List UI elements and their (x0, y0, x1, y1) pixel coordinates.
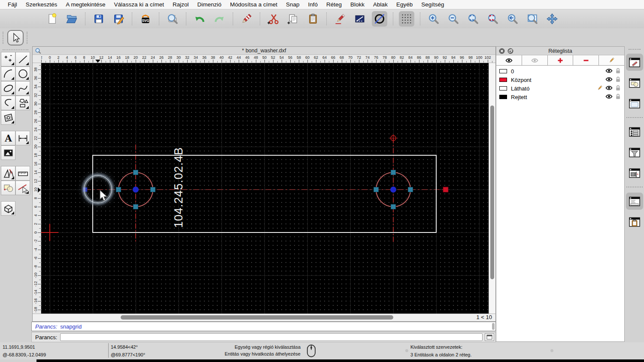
dock-drag-handle[interactable] (629, 49, 641, 50)
tool-ellipse-button[interactable] (1, 81, 15, 96)
save-file-as-button[interactable] (111, 11, 126, 27)
tool-modify-button[interactable] (1, 181, 15, 195)
tool-box-3d-button[interactable] (1, 201, 15, 216)
undo-button[interactable] (192, 11, 207, 27)
horizontal-scrollbar-thumb[interactable] (121, 315, 393, 320)
layer-visibility-icon[interactable] (603, 94, 613, 101)
snap-grid-button[interactable] (399, 11, 414, 27)
layer-row-rejtett[interactable]: Rejtett (496, 93, 624, 101)
zoom-pan-button[interactable] (544, 11, 560, 27)
pen-button[interactable] (332, 11, 348, 27)
menu-r-teg[interactable]: Réteg (322, 1, 346, 8)
layer-lock-icon[interactable] (613, 76, 621, 84)
tool-dimension-button[interactable] (15, 131, 30, 145)
float-panel-icon[interactable] (507, 48, 513, 54)
zoom-window-button[interactable] (525, 11, 540, 27)
command-history-scrollbar[interactable] (492, 323, 495, 330)
dock-list-window-button[interactable] (626, 123, 643, 140)
palette-row (1, 96, 31, 110)
menu-seg-ts-g[interactable]: Segítség (417, 1, 448, 8)
tool-arc-button[interactable] (1, 66, 15, 81)
tool-polyline-button[interactable] (1, 96, 15, 110)
document-titlebar[interactable]: * bond_washer.dxf (33, 47, 495, 55)
layer-lock-icon[interactable] (613, 85, 621, 92)
zoom-in-button[interactable] (426, 11, 441, 27)
horizontal-scrollbar[interactable]: 1 < 10 (33, 314, 495, 321)
redo-button[interactable] (212, 11, 227, 27)
zoom-auto-button[interactable] (465, 11, 481, 27)
layer-visibility-icon[interactable] (603, 68, 613, 75)
image-icon (3, 147, 14, 159)
print-preview-button[interactable] (165, 11, 180, 27)
tool-cad-tools-button[interactable] (1, 166, 15, 181)
edit-layer-button[interactable] (599, 55, 624, 65)
ruler-label: 96 (460, 55, 464, 60)
tool-points-button[interactable] (1, 52, 15, 66)
layer-row-központ[interactable]: Központ (496, 75, 624, 84)
cut-button[interactable] (266, 11, 281, 27)
add-layer-button[interactable] (548, 55, 574, 65)
dock-blank-window-button[interactable] (626, 95, 643, 112)
tool-polygon-button[interactable] (15, 96, 30, 110)
dock-drag-handle[interactable] (3, 32, 4, 44)
show-all-layers-button[interactable] (496, 55, 522, 65)
menu-snap[interactable]: Snap (282, 1, 304, 8)
delete-eraser-button[interactable] (239, 11, 254, 27)
copy-button[interactable] (286, 11, 301, 27)
layer-row-0[interactable]: 0 (496, 67, 624, 75)
layer-visibility-icon[interactable] (603, 85, 613, 92)
selection-arrow-button[interactable] (7, 30, 24, 45)
dock-shapes-window-button[interactable] (626, 74, 643, 91)
hide-all-layers-button[interactable] (522, 55, 548, 65)
command-input[interactable] (60, 333, 483, 341)
menu-m-dos-tsa-a-c-met[interactable]: Módosítsa a címet (226, 1, 282, 8)
zoom-out-button[interactable] (446, 11, 461, 27)
dock-command-window-button[interactable] (626, 193, 643, 210)
tool-line-button[interactable] (15, 52, 30, 66)
drawing-canvas[interactable]: 104.245.02.4B (41, 63, 489, 314)
layer-lock-icon[interactable] (613, 68, 621, 75)
tool-select-button[interactable] (15, 181, 30, 195)
layer-lock-icon[interactable] (613, 94, 621, 101)
new-file-button[interactable] (44, 11, 60, 27)
command-options-button[interactable] (485, 333, 494, 341)
menu-inf-[interactable]: Infó (304, 1, 322, 8)
tool-spline-button[interactable] (15, 81, 30, 96)
tool-image-button[interactable] (1, 145, 15, 160)
dock-wall-window-button[interactable] (626, 164, 643, 181)
menu-szerkeszt-s[interactable]: Szerkesztés (21, 1, 62, 8)
ruler-label: 28 (168, 55, 172, 60)
tool-text-button[interactable]: A (1, 131, 15, 145)
menu-rajzol[interactable]: Rajzol (168, 1, 193, 8)
modify-icon (3, 182, 14, 194)
remove-layer-button[interactable] (573, 55, 599, 65)
export-svg-button[interactable]: SVG (138, 11, 153, 27)
dock-clipboard-window-button[interactable] (626, 213, 643, 230)
attributes-button[interactable] (352, 11, 368, 27)
tool-measure-button[interactable] (15, 166, 30, 181)
vertical-scrollbar[interactable] (489, 63, 495, 314)
menu-v-lassza-ki-a-c-met[interactable]: Válassza ki a címet (110, 1, 168, 8)
menu-egy-b[interactable]: Egyéb (392, 1, 417, 8)
menu-f-jl[interactable]: Fájl (3, 1, 21, 8)
zoom-selected-button[interactable] (485, 11, 501, 27)
save-file-button[interactable] (91, 11, 106, 27)
layer-row-látható[interactable]: Látható (496, 84, 624, 93)
zoom-previous-button[interactable] (505, 11, 520, 27)
menu-blokk[interactable]: Blokk (346, 1, 369, 8)
menu-a-megtekint-se[interactable]: A megtekintése (61, 1, 109, 8)
dock-filter-window-button[interactable] (626, 144, 643, 161)
menu-dimenzi-[interactable]: Dimenzió (193, 1, 225, 8)
layer-visibility-icon[interactable] (603, 76, 613, 84)
properties-button[interactable] (372, 11, 387, 27)
close-icon[interactable] (499, 48, 505, 54)
tool-circle-button[interactable] (15, 66, 30, 81)
open-file-button[interactable] (64, 11, 79, 27)
menu-ablak[interactable]: Ablak (369, 1, 392, 8)
dock-drag-handle[interactable] (27, 32, 28, 44)
layer-panel-titlebar[interactable]: Réteglista (496, 47, 624, 55)
paste-button[interactable] (305, 11, 321, 27)
dock-pen-window-button[interactable] (626, 54, 643, 71)
tool-hatch-button[interactable] (1, 110, 15, 125)
vertical-scrollbar-thumb[interactable] (490, 106, 494, 279)
